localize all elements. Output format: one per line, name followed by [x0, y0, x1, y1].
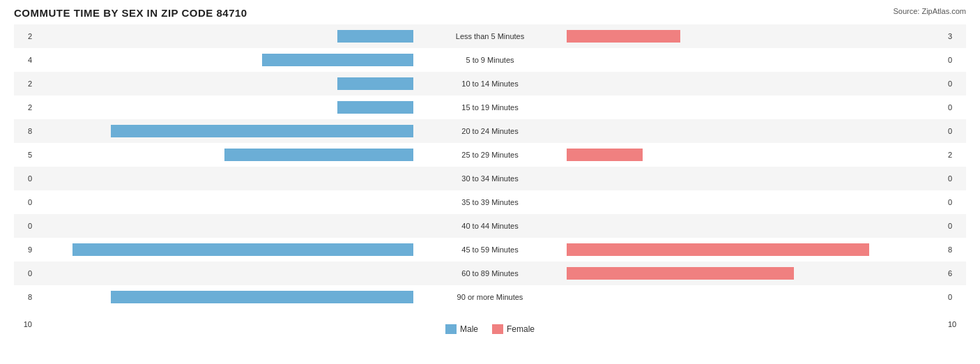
female-value: 0: [945, 222, 966, 230]
female-bar-container: [567, 77, 945, 91]
male-value: 5: [14, 151, 35, 159]
row-label: 20 to 24 Minutes: [413, 127, 567, 135]
chart-row: 215 to 19 Minutes0: [14, 96, 966, 119]
row-label: 60 to 89 Minutes: [413, 269, 567, 278]
male-value: 8: [14, 127, 35, 135]
male-bar: [337, 101, 413, 114]
female-bar-container: [567, 266, 945, 280]
female-bar-container: [567, 243, 945, 257]
male-bar: [72, 243, 413, 256]
male-bar-container: [35, 100, 413, 114]
legend: Male Female: [445, 324, 535, 334]
male-value: 8: [14, 293, 35, 301]
male-value: 2: [14, 79, 35, 88]
axis-left: 10: [14, 320, 35, 328]
row-label: 30 to 34 Minutes: [413, 174, 567, 183]
male-bar: [224, 149, 414, 161]
female-bar-container: [567, 219, 945, 233]
female-value: 0: [945, 198, 966, 206]
male-value: 9: [14, 245, 35, 254]
male-bar-container: [35, 124, 413, 138]
male-value: 2: [14, 103, 35, 112]
bars-center: 10 to 14 Minutes: [35, 72, 945, 96]
male-bar: [262, 54, 413, 66]
bars-center: 5 to 9 Minutes: [35, 48, 945, 72]
female-value: 8: [945, 245, 966, 254]
female-value: 0: [945, 56, 966, 64]
female-bar: [567, 149, 643, 161]
male-bar-container: [35, 290, 413, 304]
chart-row: 210 to 14 Minutes0: [14, 72, 966, 96]
row-label: 25 to 29 Minutes: [413, 151, 567, 159]
row-label: 10 to 14 Minutes: [413, 79, 567, 88]
female-bar-container: [567, 124, 945, 138]
male-bar: [337, 77, 413, 90]
female-value: 6: [945, 269, 966, 278]
male-bar-container: [35, 219, 413, 233]
male-bar-container: [35, 243, 413, 257]
female-bar-container: [567, 290, 945, 304]
chart-row: 525 to 29 Minutes2: [14, 143, 966, 167]
female-bar: [567, 30, 680, 43]
male-value: 2: [14, 32, 35, 40]
bars-center: 45 to 59 Minutes: [35, 238, 945, 261]
chart-title: COMMUTE TIME BY SEX IN ZIP CODE 84710: [14, 7, 247, 19]
female-bar-container: [567, 29, 945, 43]
female-bar: [567, 267, 794, 280]
female-bar-container: [567, 53, 945, 67]
female-value: 0: [945, 293, 966, 301]
male-value: 0: [14, 174, 35, 183]
female-value: 0: [945, 127, 966, 135]
male-bar-container: [35, 148, 413, 162]
chart-row: 945 to 59 Minutes8: [14, 238, 966, 261]
male-value: 0: [14, 269, 35, 278]
row-label: 35 to 39 Minutes: [413, 198, 567, 206]
bars-center: 35 to 39 Minutes: [35, 190, 945, 214]
female-bar-container: [567, 195, 945, 209]
bars-center: 90 or more Minutes: [35, 285, 945, 309]
female-bar: [567, 243, 869, 256]
female-bar-container: [567, 172, 945, 185]
male-value: 4: [14, 56, 35, 64]
bars-center: 15 to 19 Minutes: [35, 96, 945, 119]
chart-row: 030 to 34 Minutes0: [14, 167, 966, 190]
female-value: 0: [945, 79, 966, 88]
chart-row: 060 to 89 Minutes6: [14, 261, 966, 285]
female-value: 0: [945, 103, 966, 112]
male-bar-container: [35, 53, 413, 67]
row-label: 45 to 59 Minutes: [413, 245, 567, 254]
male-value: 0: [14, 198, 35, 206]
male-label: Male: [460, 324, 478, 334]
row-label: Less than 5 Minutes: [413, 32, 567, 40]
chart-row: 040 to 44 Minutes0: [14, 214, 966, 238]
row-label: 15 to 19 Minutes: [413, 103, 567, 112]
female-bar-container: [567, 100, 945, 114]
male-legend-box: [445, 324, 457, 334]
row-label: 90 or more Minutes: [413, 293, 567, 301]
bars-center: Less than 5 Minutes: [35, 24, 945, 48]
chart-row: 890 or more Minutes0: [14, 285, 966, 309]
bars-center: 60 to 89 Minutes: [35, 261, 945, 285]
source-text: Source: ZipAtlas.com: [893, 7, 966, 15]
female-value: 3: [945, 32, 966, 40]
chart-row: 45 to 9 Minutes0: [14, 48, 966, 72]
bars-center: 30 to 34 Minutes: [35, 167, 945, 190]
male-bar-container: [35, 172, 413, 185]
male-value: 0: [14, 222, 35, 230]
female-value: 0: [945, 174, 966, 183]
male-bar: [111, 291, 413, 303]
male-bar-container: [35, 29, 413, 43]
chart-row: 820 to 24 Minutes0: [14, 119, 966, 143]
legend-female: Female: [492, 324, 535, 334]
title-row: COMMUTE TIME BY SEX IN ZIP CODE 84710 So…: [14, 7, 966, 19]
male-bar-container: [35, 77, 413, 91]
bars-center: 25 to 29 Minutes: [35, 143, 945, 167]
legend-male: Male: [445, 324, 478, 334]
chart-row: 2Less than 5 Minutes3: [14, 24, 966, 48]
bars-center: 40 to 44 Minutes: [35, 214, 945, 238]
chart-container: COMMUTE TIME BY SEX IN ZIP CODE 84710 So…: [0, 0, 980, 364]
row-label: 5 to 9 Minutes: [413, 56, 567, 64]
row-label: 40 to 44 Minutes: [413, 222, 567, 230]
chart-area: 2Less than 5 Minutes345 to 9 Minutes0210…: [14, 24, 966, 317]
female-legend-box: [492, 324, 503, 334]
